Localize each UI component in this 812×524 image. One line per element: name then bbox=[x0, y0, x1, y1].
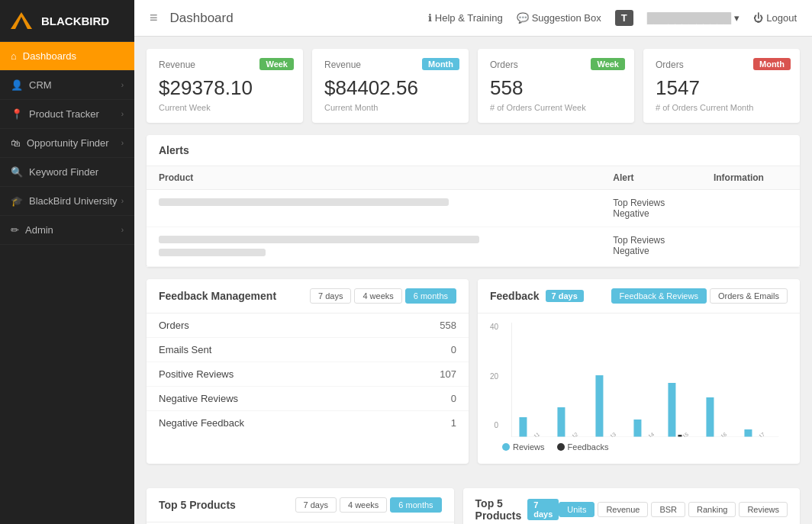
col-alert: Alert bbox=[601, 166, 701, 190]
sidebar-item-label: BlackBird University bbox=[29, 195, 118, 207]
topbar-links: ℹ Help & Training 💬 Suggestion Box T ███… bbox=[428, 10, 797, 26]
time-btn-6months[interactable]: 6 months bbox=[405, 288, 456, 304]
users-icon: 👤 bbox=[11, 79, 23, 91]
feedback-management-header: Feedback Management 7 days 4 weeks 6 mon… bbox=[147, 279, 469, 313]
suggestion-box-link[interactable]: 💬 Suggestion Box bbox=[517, 12, 601, 24]
time-buttons: 7 days 4 weeks 6 months bbox=[310, 288, 456, 304]
feedback-chart-badge: 7 days bbox=[546, 290, 584, 302]
feedback-management-title: Feedback Management bbox=[159, 290, 276, 302]
chevron-right-icon: › bbox=[121, 139, 124, 147]
help-icon: ℹ bbox=[428, 12, 432, 24]
chevron-right-icon: › bbox=[121, 197, 124, 205]
top5-products-left: Top 5 Products 7 days 4 weeks 6 months bbox=[147, 488, 454, 524]
feedback-chart-header: Feedback 7 days Feedback & Reviews Order… bbox=[478, 279, 800, 313]
svg-text:2017-01-17: 2017-01-17 bbox=[740, 431, 765, 437]
chart-y-axis: 40 20 0 bbox=[490, 323, 503, 429]
stat-card-orders-week: Orders Week 558 # of Orders Current Week bbox=[478, 49, 634, 123]
stat-badge: Month bbox=[422, 58, 459, 70]
sidebar-item-opportunity-finder[interactable]: 🛍 Opportunity Finder › bbox=[0, 129, 134, 158]
help-training-link[interactable]: ℹ Help & Training bbox=[428, 12, 503, 24]
top5-header-left: Top 5 Products 7 days 4 weeks 6 months bbox=[147, 488, 454, 522]
svg-rect-8 bbox=[707, 397, 714, 437]
svg-text:2017-01-13: 2017-01-13 bbox=[591, 431, 617, 437]
stat-badge: Week bbox=[259, 58, 294, 70]
chevron-right-icon: › bbox=[121, 81, 124, 89]
sidebar-item-label: Opportunity Finder bbox=[27, 137, 109, 149]
alert-type: Top ReviewsNegative bbox=[601, 190, 701, 227]
table-row: Top ReviewsNegative bbox=[147, 227, 800, 267]
svg-rect-9 bbox=[745, 429, 752, 437]
fm-row-orders: Orders 558 bbox=[147, 313, 469, 338]
top5-tab-buttons: Units Revenue BSR Ranking Reviews bbox=[559, 502, 788, 517]
chevron-down-icon: ▾ bbox=[734, 12, 740, 24]
tab-revenue[interactable]: Revenue bbox=[598, 502, 648, 517]
content-area: Revenue Week $29378.10 Current Week Reve… bbox=[134, 37, 812, 524]
logout-button[interactable]: ⏻ Logout bbox=[753, 12, 797, 24]
feedback-chart-title: Feedback 7 days bbox=[490, 290, 584, 302]
alert-type: Top ReviewsNegative bbox=[601, 227, 701, 267]
sidebar-item-label: Admin bbox=[25, 224, 53, 236]
feedback-management-table: Orders 558 Emails Sent 0 Positive Review… bbox=[147, 313, 469, 435]
stat-value: $29378.10 bbox=[159, 76, 291, 100]
legend-feedbacks: Feedbacks bbox=[557, 442, 609, 452]
fm-row-negative-reviews: Negative Reviews 0 bbox=[147, 387, 469, 411]
svg-text:2017-01-12: 2017-01-12 bbox=[553, 431, 578, 437]
fm-label: Emails Sent bbox=[147, 338, 381, 362]
chevron-right-icon: › bbox=[121, 226, 124, 234]
stat-badge: Month bbox=[753, 58, 791, 70]
logo-icon bbox=[8, 9, 35, 32]
blurred-product-text bbox=[159, 198, 449, 206]
tab-bsr[interactable]: BSR bbox=[651, 502, 685, 517]
top5-btn-7days[interactable]: 7 days bbox=[295, 497, 337, 513]
graduation-icon: 🎓 bbox=[11, 195, 23, 207]
top5-products-right: Top 5 Products 7 days Units Revenue BSR … bbox=[463, 488, 800, 524]
top5-btn-6months[interactable]: 6 months bbox=[390, 497, 441, 513]
svg-text:2017-01-16: 2017-01-16 bbox=[702, 431, 727, 437]
stat-value: 558 bbox=[490, 76, 622, 100]
blurred-product-text bbox=[159, 249, 266, 256]
bag-icon: 🛍 bbox=[11, 137, 21, 149]
stat-value: 1547 bbox=[656, 76, 788, 100]
sidebar-item-crm[interactable]: 👤 CRM › bbox=[0, 71, 134, 100]
chat-icon: 💬 bbox=[517, 12, 529, 24]
sidebar-item-product-tracker[interactable]: 📍 Product Tracker › bbox=[0, 100, 134, 129]
sidebar-item-blackbird-university[interactable]: 🎓 BlackBird University › bbox=[0, 187, 134, 216]
tab-units[interactable]: Units bbox=[559, 502, 594, 517]
sidebar-item-admin[interactable]: ✏ Admin › bbox=[0, 216, 134, 245]
sidebar: BLACKBIRD ⌂ Dashboards 👤 CRM › 📍 Product… bbox=[0, 0, 134, 524]
svg-text:2017-01-14: 2017-01-14 bbox=[630, 431, 655, 437]
col-product: Product bbox=[147, 166, 601, 190]
logout-icon: ⏻ bbox=[753, 12, 763, 24]
feedbacks-label: Feedbacks bbox=[568, 442, 609, 452]
top5-btn-4weeks[interactable]: 4 weeks bbox=[340, 497, 387, 513]
stat-cards: Revenue Week $29378.10 Current Week Reve… bbox=[147, 49, 800, 123]
sidebar-item-label: Product Tracker bbox=[29, 108, 99, 120]
fm-value: 558 bbox=[381, 313, 469, 338]
chart-tab-buttons: Feedback & Reviews Orders & Emails bbox=[611, 288, 788, 304]
fm-row-positive: Positive Reviews 107 bbox=[147, 362, 469, 387]
fm-label: Positive Reviews bbox=[147, 362, 381, 387]
tab-ranking[interactable]: Ranking bbox=[688, 502, 736, 517]
feedback-management-section: Feedback Management 7 days 4 weeks 6 mon… bbox=[147, 279, 469, 464]
tab-reviews[interactable]: Reviews bbox=[739, 502, 788, 517]
sidebar-item-dashboards[interactable]: ⌂ Dashboards bbox=[0, 42, 134, 71]
tab-feedback-reviews[interactable]: Feedback & Reviews bbox=[611, 288, 707, 304]
logo-text: BLACKBIRD bbox=[41, 14, 109, 27]
username-text: ████████████ bbox=[647, 12, 732, 24]
bottom-row: Feedback Management 7 days 4 weeks 6 mon… bbox=[147, 279, 800, 476]
user-avatar[interactable]: T bbox=[615, 10, 633, 26]
fm-label: Orders bbox=[147, 313, 381, 338]
tab-orders-emails[interactable]: Orders & Emails bbox=[710, 288, 788, 304]
main-content: ≡ Dashboard ℹ Help & Training 💬 Suggesti… bbox=[134, 0, 812, 524]
sidebar-item-label: Keyword Finder bbox=[29, 166, 98, 178]
fm-label: Negative Reviews bbox=[147, 387, 381, 411]
fm-value: 1 bbox=[381, 411, 469, 436]
sidebar-item-keyword-finder[interactable]: 🔍 Keyword Finder bbox=[0, 158, 134, 187]
menu-icon[interactable]: ≡ bbox=[150, 10, 158, 26]
user-name[interactable]: ████████████ ▾ bbox=[647, 12, 740, 24]
y-label: 0 bbox=[490, 421, 498, 429]
svg-rect-3 bbox=[558, 407, 566, 437]
time-btn-4weeks[interactable]: 4 weeks bbox=[354, 288, 401, 304]
topbar: ≡ Dashboard ℹ Help & Training 💬 Suggesti… bbox=[134, 0, 812, 37]
time-btn-7days[interactable]: 7 days bbox=[310, 288, 351, 304]
